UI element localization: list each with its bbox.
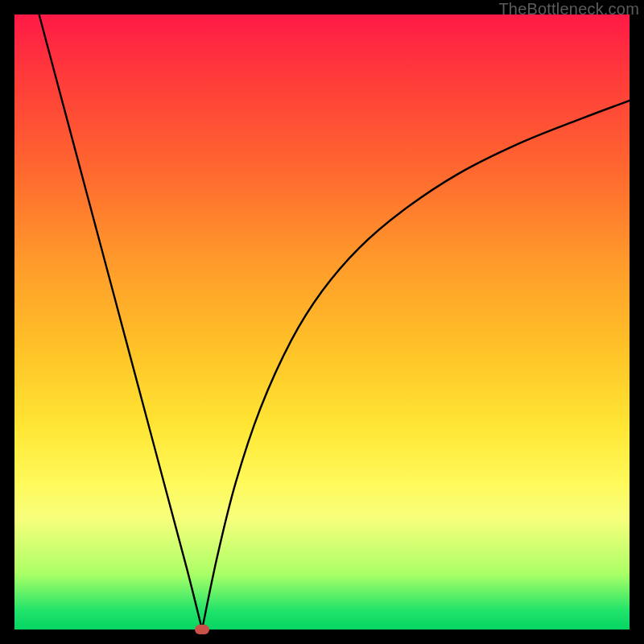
optimum-marker (195, 625, 209, 634)
plot-area (14, 14, 630, 630)
watermark-text: TheBottleneck.com (498, 0, 639, 19)
bottleneck-curve (14, 14, 630, 630)
